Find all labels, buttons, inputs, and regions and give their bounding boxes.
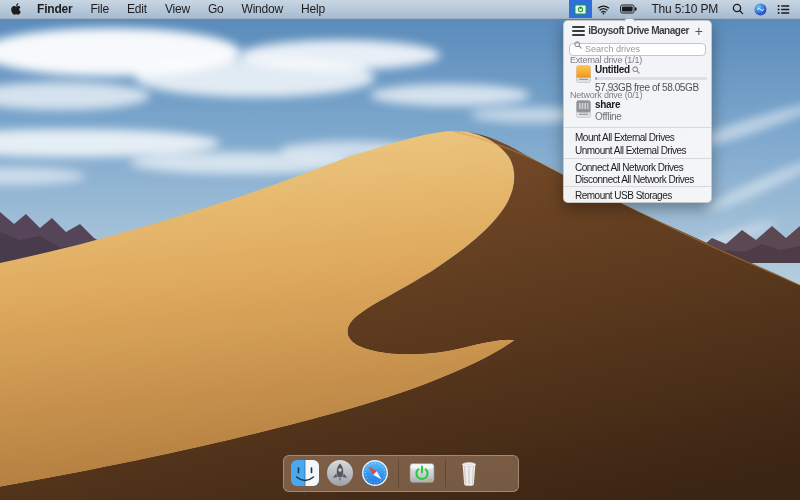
dock-item-drive-manager[interactable] — [407, 458, 437, 488]
dock-item-finder[interactable] — [290, 458, 320, 488]
finder-icon — [290, 458, 320, 488]
wifi-icon — [597, 4, 610, 15]
apple-icon — [10, 2, 22, 16]
trash-icon — [454, 458, 484, 488]
wifi-menubar-item[interactable] — [592, 0, 615, 18]
panel-header: iBoysoft Drive Manager + — [572, 24, 703, 37]
add-drive-button[interactable]: + — [692, 25, 703, 37]
battery-icon — [620, 4, 637, 14]
external-drive-row[interactable]: Untitled 57.93GB free of 58.05GB — [576, 65, 707, 93]
drive-manager-menubar-icon[interactable] — [569, 0, 592, 18]
menu-bar-left: Finder File Edit View Go Window Help — [0, 0, 334, 18]
search-drives-field — [569, 38, 706, 51]
desktop: Finder File Edit View Go Window Help — [0, 0, 800, 500]
spotlight-search-icon — [732, 3, 744, 15]
menu-file[interactable]: File — [81, 0, 118, 18]
panel-divider — [564, 127, 711, 128]
capacity-bar — [595, 77, 707, 80]
search-icon — [574, 41, 582, 49]
menu-bar-right: Thu 5:10 PM — [569, 0, 800, 18]
panel-title: iBoysoft Drive Manager — [585, 25, 692, 36]
safari-icon — [360, 458, 390, 488]
drive-manager-panel: iBoysoft Drive Manager + External drive … — [563, 20, 712, 203]
reveal-drive-search-icon[interactable] — [632, 66, 640, 74]
menu-help[interactable]: Help — [292, 0, 334, 18]
spotlight-menubar-item[interactable] — [727, 0, 749, 18]
dock-divider — [398, 459, 399, 487]
siri-menubar-item[interactable] — [749, 0, 772, 18]
dock-divider — [445, 459, 446, 487]
siri-icon — [754, 3, 767, 16]
dock — [283, 455, 519, 492]
panel-divider — [564, 158, 711, 159]
panel-divider — [564, 186, 711, 187]
apple-menu[interactable] — [10, 0, 28, 18]
notification-center-menubar-item[interactable] — [772, 0, 795, 18]
drive-manager-icon — [574, 3, 587, 16]
external-drive-icon — [576, 65, 591, 83]
action-unmount-all-external[interactable]: Unmount All External Drives — [575, 145, 709, 157]
network-drive-status: Offline — [595, 111, 707, 122]
running-indicator — [304, 492, 307, 495]
dock-item-safari[interactable] — [360, 458, 390, 488]
battery-menubar-item[interactable] — [615, 0, 642, 18]
menu-bar: Finder File Edit View Go Window Help — [0, 0, 800, 19]
action-connect-all-network[interactable]: Connect All Network Drives — [575, 162, 709, 174]
panel-menu-button[interactable] — [572, 26, 585, 36]
menu-finder[interactable]: Finder — [28, 0, 81, 18]
menubar-clock[interactable]: Thu 5:10 PM — [642, 2, 727, 16]
launchpad-icon — [325, 458, 355, 488]
network-drive-row[interactable]: share Offline — [576, 100, 707, 122]
menu-go[interactable]: Go — [199, 0, 233, 18]
action-remount-usb[interactable]: Remount USB Storages — [575, 190, 709, 202]
drive-power-icon — [407, 458, 437, 488]
external-drive-name: Untitled — [595, 65, 630, 75]
dock-item-trash[interactable] — [454, 458, 484, 488]
network-drive-name: share — [595, 100, 620, 110]
network-drive-info: share Offline — [595, 100, 707, 122]
action-mount-all-external[interactable]: Mount All External Drives — [575, 132, 709, 144]
menu-view[interactable]: View — [156, 0, 199, 18]
notification-center-icon — [777, 4, 790, 15]
menu-edit[interactable]: Edit — [118, 0, 156, 18]
menu-window[interactable]: Window — [233, 0, 292, 18]
network-drive-icon — [576, 100, 591, 118]
external-drive-info: Untitled 57.93GB free of 58.05GB — [595, 65, 707, 93]
dock-item-launchpad[interactable] — [325, 458, 355, 488]
action-disconnect-all-network[interactable]: Disconnect All Network Drives — [575, 174, 709, 186]
